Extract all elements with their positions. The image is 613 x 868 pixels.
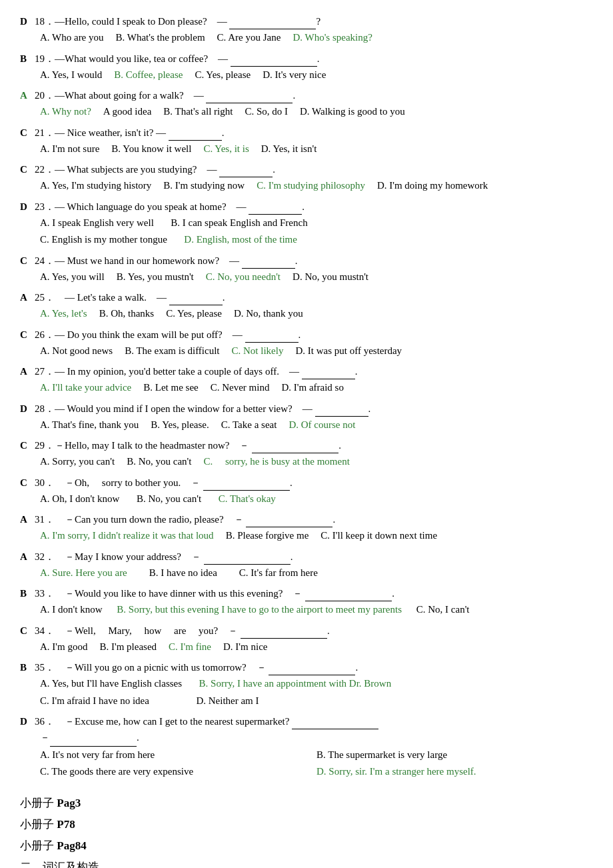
question-line-24: C24．— Must we hand in our homework now? … <box>20 253 593 269</box>
question-20: A20．—What about going for a walk? — .A. … <box>20 87 593 121</box>
answer-label-18: D <box>20 13 32 29</box>
question-text-19: 19．—What would you like, tea or coffee? … <box>35 51 320 67</box>
question-25: A25． — Let's take a walk. — .A. Yes, let… <box>20 289 593 323</box>
question-34: C34． －Well, Mary, how are you? － .A. I'm… <box>20 623 593 656</box>
question-text-29: 29．－Hello, may I talk to the headmaster … <box>35 437 341 453</box>
options-line2-23: C. English is my mother tongue D. Englis… <box>20 231 593 249</box>
question-text-20: 20．—What about going for a walk? — . <box>35 87 295 103</box>
question-text-33: 33． －Would you like to have dinner with … <box>35 585 394 601</box>
answer-label-31: A <box>20 511 32 527</box>
options-line-27: A. I'll take your adviceB. Let me seeC. … <box>20 379 593 397</box>
question-32: A32． －May I know your address? － .A. Sur… <box>20 549 593 582</box>
question-21: C21．— Nice weather, isn't it? — .A. I'm … <box>20 125 593 158</box>
options-line-35: A. Yes, but I'll have English classes B.… <box>20 675 593 693</box>
options-line2-35: C. I'm afraid I have no idea D. Neither … <box>20 693 593 710</box>
footer-line4: 二、词汇及构造 <box>20 857 593 868</box>
question-30: C30． －Oh, sorry to bother you. － .A. Oh,… <box>20 475 593 508</box>
answer-label-27: A <box>20 363 32 379</box>
answer-label-21: C <box>20 125 32 141</box>
question-33: B33． －Would you like to have dinner with… <box>20 585 593 619</box>
options-line-32: A. Sure. Here you are B. I have no idea … <box>20 565 593 582</box>
answer-label-23: D <box>20 199 32 215</box>
question-text-18: 18．—Hello, could I speak to Don please? … <box>35 13 320 29</box>
question-line-25: A25． — Let's take a walk. — . <box>20 289 593 305</box>
question-text-36: 36． －Excuse me, how can I get to the nea… <box>35 713 378 729</box>
answer-label-35: B <box>20 659 32 675</box>
question-text-31: 31． －Can you turn down the radio, please… <box>35 511 335 527</box>
question-text-30: 30． －Oh, sorry to bother you. － . <box>35 475 293 491</box>
options-line-28: A. That's fine, thank youB. Yes, please.… <box>20 417 593 434</box>
question-line-26: C26．— Do you think the exam will be put … <box>20 327 593 343</box>
question-line-28: D28．— Would you mind if I open the windo… <box>20 401 593 417</box>
question-22: C22．— What subjects are you studying? — … <box>20 161 593 195</box>
question-line-23: D23．— Which language do you speak at hom… <box>20 199 593 215</box>
question-line-18: D18．—Hello, could I speak to Don please?… <box>20 13 593 29</box>
answer-label-34: C <box>20 623 32 639</box>
options-line-23: A. I speak English very well B. I can sp… <box>20 215 593 232</box>
question-line-30: C30． －Oh, sorry to bother you. － . <box>20 475 593 491</box>
question-line-22: C22．— What subjects are you studying? — … <box>20 161 593 177</box>
question-line-32: A32． －May I know your address? － . <box>20 549 593 565</box>
question-line-27: A27．— In my opinion, you'd better take a… <box>20 363 593 379</box>
question-text-22: 22．— What subjects are you studying? — . <box>35 161 275 177</box>
question-line-34: C34． －Well, Mary, how are you? － . <box>20 623 593 639</box>
question-line-20: A20．—What about going for a walk? — . <box>20 87 593 103</box>
answer-label-22: C <box>20 161 32 177</box>
options-line-34: A. I'm goodB. I'm pleasedC. I'm fineD. I… <box>20 639 593 656</box>
question-line-35: B35． －Will you go on a picnic with us to… <box>20 659 593 675</box>
options-line-18: A. Who are youB. What's the problemC. Ar… <box>20 29 593 47</box>
options-line-33: A. I don't know B. Sorry, but this eveni… <box>20 601 593 619</box>
question-18: D18．—Hello, could I speak to Don please?… <box>20 13 593 47</box>
options-cols-36: A. It's not very far from hereB. The sup… <box>20 747 593 781</box>
question-text-25: 25． — Let's take a walk. — . <box>35 289 225 305</box>
question-line-19: B19．—What would you like, tea or coffee?… <box>20 51 593 67</box>
question-36: D36． －Excuse me, how can I get to the ne… <box>20 713 593 781</box>
question-text-23: 23．— Which language do you speak at home… <box>35 199 305 215</box>
answer-label-20: A <box>20 87 32 103</box>
footer-line3: 小册子 Pag84 <box>20 835 593 857</box>
answer-label-33: B <box>20 585 32 601</box>
footer-line2: 小册子 P78 <box>20 814 593 835</box>
blank-line-36: －. <box>20 729 593 747</box>
question-19: B19．—What would you like, tea or coffee?… <box>20 51 593 84</box>
question-text-28: 28．— Would you mind if I open the window… <box>35 401 370 417</box>
options-line-21: A. I'm not sureB. You know it wellC. Yes… <box>20 141 593 158</box>
question-text-27: 27．— In my opinion, you'd better take a … <box>35 363 357 379</box>
main-content: D18．—Hello, could I speak to Don please?… <box>20 13 593 781</box>
options-line-29: A. Sorry, you can'tB. No, you can'tC. so… <box>20 453 593 471</box>
footer-line1: 小册子 Pag3 <box>20 793 593 814</box>
question-26: C26．— Do you think the exam will be put … <box>20 327 593 360</box>
options-line-24: A. Yes, you willB. Yes, you mustn'tC. No… <box>20 269 593 286</box>
question-29: C29．－Hello, may I talk to the headmaster… <box>20 437 593 471</box>
options-line-31: A. I'm sorry, I didn't realize it was th… <box>20 527 593 545</box>
question-text-26: 26．— Do you think the exam will be put o… <box>35 327 301 343</box>
question-text-34: 34． －Well, Mary, how are you? － . <box>35 623 330 639</box>
question-line-36: D36． －Excuse me, how can I get to the ne… <box>20 713 593 729</box>
question-line-33: B33． －Would you like to have dinner with… <box>20 585 593 601</box>
answer-label-28: D <box>20 401 32 417</box>
question-31: A31． －Can you turn down the radio, pleas… <box>20 511 593 545</box>
answer-label-30: C <box>20 475 32 491</box>
options-line-26: A. Not good newsB. The exam is difficult… <box>20 343 593 360</box>
options-line-30: A. Oh, I don't know B. No, you can't C. … <box>20 491 593 508</box>
answer-label-24: C <box>20 253 32 269</box>
options-line-25: A. Yes, let'sB. Oh, thanksC. Yes, please… <box>20 305 593 323</box>
question-35: B35． －Will you go on a picnic with us to… <box>20 659 593 709</box>
question-line-21: C21．— Nice weather, isn't it? — . <box>20 125 593 141</box>
options-line-22: A. Yes, I'm studying historyB. I'm study… <box>20 177 593 195</box>
question-23: D23．— Which language do you speak at hom… <box>20 199 593 249</box>
question-28: D28．— Would you mind if I open the windo… <box>20 401 593 434</box>
question-line-29: C29．－Hello, may I talk to the headmaster… <box>20 437 593 453</box>
question-text-32: 32． －May I know your address? － . <box>35 549 293 565</box>
question-27: A27．— In my opinion, you'd better take a… <box>20 363 593 397</box>
answer-label-19: B <box>20 51 32 67</box>
answer-label-32: A <box>20 549 32 565</box>
question-text-24: 24．— Must we hand in our homework now? —… <box>35 253 298 269</box>
question-text-21: 21．— Nice weather, isn't it? — . <box>35 125 225 141</box>
options-line-19: A. Yes, I wouldB. Coffee, pleaseC. Yes, … <box>20 67 593 84</box>
answer-label-29: C <box>20 437 32 453</box>
footer-section: 小册子 Pag3 小册子 P78 小册子 Pag84 二、词汇及构造 <box>20 793 593 869</box>
answer-label-25: A <box>20 289 32 305</box>
answer-label-26: C <box>20 327 32 343</box>
question-24: C24．— Must we hand in our homework now? … <box>20 253 593 286</box>
